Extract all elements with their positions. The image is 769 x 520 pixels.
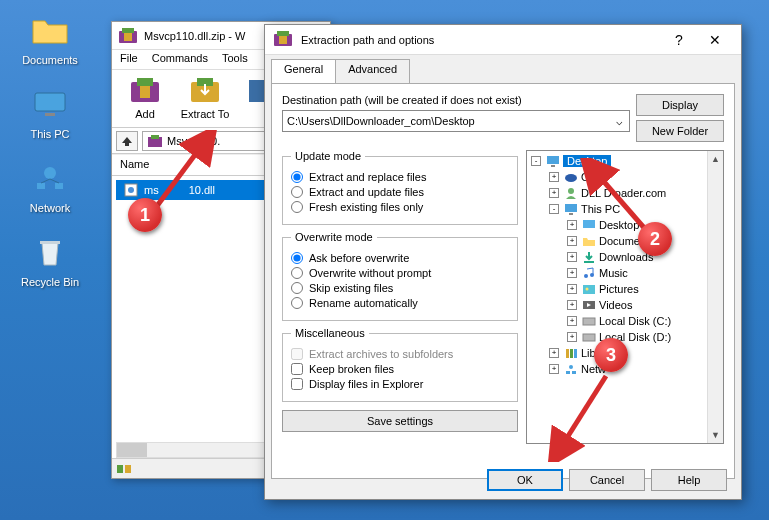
svg-rect-38: [583, 334, 595, 341]
destination-path-input[interactable]: C:\Users\DllDownloader_com\Desktop: [282, 110, 630, 132]
desktop-icon-network[interactable]: Network: [10, 158, 90, 214]
radio-rename-auto[interactable]: Rename automatically: [291, 297, 509, 309]
menu-file[interactable]: File: [120, 52, 138, 67]
ok-button[interactable]: OK: [487, 469, 563, 491]
desktop-icons: Documents This PC Network Recycle Bin: [10, 10, 90, 306]
svg-point-27: [568, 188, 574, 194]
radio-extract-replace[interactable]: Extract and replace files: [291, 171, 509, 183]
svg-rect-4: [55, 183, 63, 189]
svg-rect-5: [40, 241, 60, 244]
svg-rect-39: [566, 349, 569, 358]
winrar-icon: [118, 27, 138, 45]
close-button[interactable]: ✕: [697, 28, 733, 52]
svg-rect-23: [279, 36, 287, 44]
svg-rect-40: [570, 349, 573, 358]
svg-rect-25: [551, 165, 555, 167]
help-button[interactable]: Help: [651, 469, 727, 491]
save-settings-button[interactable]: Save settings: [282, 410, 518, 432]
overwrite-mode-group: Overwrite mode Ask before overwrite Over…: [282, 231, 518, 321]
svg-rect-14: [249, 80, 265, 102]
radio-fresh-only[interactable]: Fresh existing files only: [291, 201, 509, 213]
update-mode-group: Update mode Extract and replace files Ex…: [282, 150, 518, 225]
annotation-arrow-3: [544, 370, 624, 462]
svg-point-32: [584, 274, 588, 278]
svg-rect-3: [37, 183, 45, 189]
svg-rect-1: [45, 113, 55, 116]
dialog-titlebar[interactable]: Extraction path and options ? ✕: [265, 25, 741, 55]
svg-line-47: [558, 376, 606, 452]
extraction-dialog: Extraction path and options ? ✕ General …: [264, 24, 742, 500]
svg-point-33: [590, 273, 594, 277]
computer-icon: [30, 84, 70, 124]
svg-rect-11: [140, 86, 150, 98]
add-archive-icon: [127, 74, 163, 106]
check-keep-broken[interactable]: Keep broken files: [291, 363, 509, 375]
recyclebin-icon: [30, 232, 70, 272]
tree-item[interactable]: +Pictures: [527, 281, 723, 297]
dll-file-icon: [124, 183, 140, 197]
tree-item[interactable]: +Local Disk (D:): [527, 329, 723, 345]
svg-rect-10: [137, 78, 153, 86]
svg-rect-7: [122, 28, 134, 33]
svg-rect-8: [124, 33, 132, 41]
help-button[interactable]: ?: [661, 28, 697, 52]
tab-advanced[interactable]: Advanced: [335, 59, 410, 83]
destination-label: Destination path (will be created if doe…: [282, 94, 630, 106]
tree-item[interactable]: +Local Disk (C:): [527, 313, 723, 329]
svg-rect-24: [547, 156, 559, 164]
svg-point-2: [44, 167, 56, 179]
status-icon: [116, 463, 132, 475]
svg-point-18: [128, 187, 134, 193]
svg-rect-34: [583, 285, 595, 294]
svg-rect-37: [583, 318, 595, 325]
tree-item[interactable]: +Downloads: [527, 249, 723, 265]
svg-rect-22: [277, 31, 289, 36]
toolbar-add-button[interactable]: Add: [120, 74, 170, 123]
annotation-marker-3: 3: [594, 338, 628, 372]
svg-point-35: [586, 288, 589, 291]
svg-rect-31: [584, 261, 594, 263]
radio-ask-overwrite[interactable]: Ask before overwrite: [291, 252, 509, 264]
radio-extract-update[interactable]: Extract and update files: [291, 186, 509, 198]
desktop-icon-documents[interactable]: Documents: [10, 10, 90, 66]
svg-point-42: [569, 365, 573, 369]
svg-line-45: [154, 140, 206, 210]
dialog-tabs: General Advanced: [265, 59, 741, 83]
desktop-icon-recyclebin[interactable]: Recycle Bin: [10, 232, 90, 288]
tree-item[interactable]: +Music: [527, 265, 723, 281]
tree-item[interactable]: +Videos: [527, 297, 723, 313]
annotation-marker-1: 1: [128, 198, 162, 232]
misc-group: Miscellaneous Extract archives to subfol…: [282, 327, 518, 402]
dialog-title: Extraction path and options: [301, 34, 434, 46]
toolbar-extractto-button[interactable]: Extract To: [180, 74, 230, 123]
desktop-icon-thispc[interactable]: This PC: [10, 84, 90, 140]
extractto-icon: [187, 74, 223, 106]
tab-general[interactable]: General: [271, 59, 336, 83]
radio-overwrite-noprompt[interactable]: Overwrite without prompt: [291, 267, 509, 279]
check-display-explorer[interactable]: Display files in Explorer: [291, 378, 509, 390]
tab-panel-general: Destination path (will be created if doe…: [271, 83, 735, 479]
winrar-title: Msvcp110.dll.zip - W: [144, 30, 245, 42]
winrar-icon: [273, 30, 295, 50]
menu-tools[interactable]: Tools: [222, 52, 248, 67]
radio-skip-existing[interactable]: Skip existing files: [291, 282, 509, 294]
svg-rect-20: [125, 465, 131, 473]
network-icon: [30, 158, 70, 198]
annotation-marker-2: 2: [638, 222, 672, 256]
svg-line-46: [592, 168, 646, 230]
check-subfolders[interactable]: Extract archives to subfolders: [291, 348, 509, 360]
newfolder-button[interactable]: New Folder: [636, 120, 724, 142]
menu-commands[interactable]: Commands: [152, 52, 208, 67]
svg-rect-0: [35, 93, 65, 111]
svg-rect-19: [117, 465, 123, 473]
cancel-button[interactable]: Cancel: [569, 469, 645, 491]
svg-rect-29: [569, 213, 573, 215]
folder-icon: [30, 10, 70, 50]
display-button[interactable]: Display: [636, 94, 724, 116]
svg-rect-41: [574, 349, 577, 358]
up-button[interactable]: [116, 131, 138, 151]
dialog-buttons: OK Cancel Help: [487, 469, 727, 491]
